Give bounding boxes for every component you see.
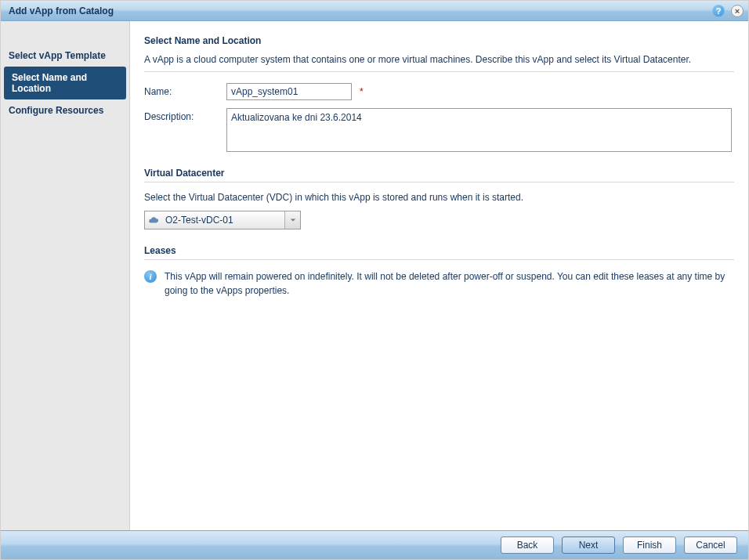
wizard-dialog: Add vApp from Catalog ? × Select vApp Te… bbox=[0, 0, 749, 560]
finish-button[interactable]: Finish bbox=[623, 537, 676, 554]
required-marker: * bbox=[360, 83, 364, 97]
step-label: Select Name and Location bbox=[12, 72, 87, 94]
name-label: Name: bbox=[144, 83, 226, 97]
cancel-button[interactable]: Cancel bbox=[684, 537, 737, 554]
description-textarea[interactable]: Aktualizovana ke dni 23.6.2014 bbox=[226, 108, 732, 152]
vdc-dropdown[interactable]: O2-Test-vDC-01 bbox=[144, 211, 301, 229]
page-intro: A vApp is a cloud computer system that c… bbox=[144, 54, 734, 65]
name-row: Name: * bbox=[144, 83, 734, 100]
step-label: Select vApp Template bbox=[9, 50, 106, 61]
step-select-name-location[interactable]: Select Name and Location bbox=[4, 67, 126, 99]
divider bbox=[144, 71, 734, 72]
next-button[interactable]: Next bbox=[562, 537, 615, 554]
description-row: Description: Aktualizovana ke dni 23.6.2… bbox=[144, 108, 734, 152]
help-icon[interactable]: ? bbox=[712, 5, 725, 17]
leases-info-row: i This vApp will remain powered on indef… bbox=[144, 269, 734, 298]
close-icon[interactable]: × bbox=[731, 5, 744, 17]
step-configure-resources[interactable]: Configure Resources bbox=[1, 99, 129, 121]
chevron-down-icon bbox=[284, 211, 300, 229]
page-title: Select Name and Location bbox=[144, 35, 734, 46]
description-label: Description: bbox=[144, 108, 226, 122]
step-label: Configure Resources bbox=[9, 105, 103, 116]
dialog-title: Add vApp from Catalog bbox=[9, 5, 114, 16]
leases-section: Leases i This vApp will remain powered o… bbox=[144, 245, 734, 298]
leases-info-text: This vApp will remain powered on indefin… bbox=[165, 269, 734, 298]
vdc-title: Virtual Datacenter bbox=[144, 168, 734, 182]
vdc-section: Virtual Datacenter Select the Virtual Da… bbox=[144, 168, 734, 229]
info-icon: i bbox=[144, 270, 157, 283]
titlebar-controls: ? × bbox=[712, 5, 744, 17]
titlebar: Add vApp from Catalog ? × bbox=[1, 1, 748, 21]
name-input[interactable] bbox=[226, 83, 352, 100]
leases-title: Leases bbox=[144, 245, 734, 260]
dialog-body: Select vApp Template Select Name and Loc… bbox=[1, 21, 748, 530]
vdc-selected-text: O2-Test-vDC-01 bbox=[162, 215, 284, 226]
step-select-vapp-template[interactable]: Select vApp Template bbox=[1, 45, 129, 67]
vdc-help-text: Select the Virtual Datacenter (VDC) in w… bbox=[144, 192, 734, 203]
wizard-footer: Back Next Finish Cancel bbox=[1, 530, 748, 559]
cloud-icon bbox=[145, 215, 162, 226]
wizard-sidebar: Select vApp Template Select Name and Loc… bbox=[1, 21, 130, 530]
back-button[interactable]: Back bbox=[501, 537, 554, 554]
wizard-content: Select Name and Location A vApp is a clo… bbox=[130, 21, 748, 530]
